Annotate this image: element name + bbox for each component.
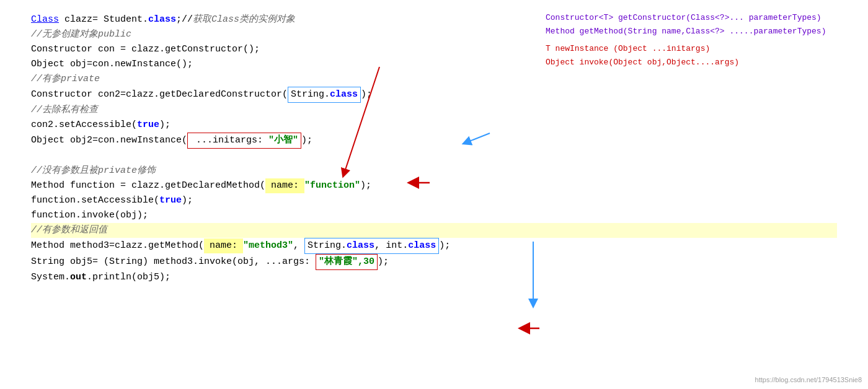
comment-6: //有参数和返回值 [31, 223, 107, 238]
code-line-10 [31, 149, 837, 164]
code-text: String obj5= (String) method3.invoke(obj… [31, 255, 316, 269]
code-line-11: //没有参数且被private修饰 [31, 164, 837, 178]
string-int-class-box: String.class, int.class [304, 238, 439, 254]
code-line-16: Method method3=clazz.getMethod( name: "m… [31, 238, 837, 254]
code-text: System. [31, 270, 70, 285]
args-box: "林青霞",30 [316, 254, 378, 270]
comment-3: //有参 [31, 72, 61, 87]
code-line-17: String obj5= (String) method3.invoke(obj… [31, 254, 837, 270]
class-keyword-link[interactable]: Class [31, 12, 59, 27]
code-text: .println(obj5); [87, 270, 170, 285]
method-sig-text-2: Method getMethod(String name,Class<?> ..… [546, 27, 826, 36]
initargs-box: ...initargs: "小智" [187, 133, 301, 149]
code-text: , [293, 238, 304, 253]
code-line-12: Method function = clazz.getDeclaredMetho… [31, 178, 837, 193]
code-line-7: //去除私有检查 [31, 103, 837, 118]
method-sig-text-1: Constructor<T> getConstructor(Class<?>..… [546, 13, 822, 22]
code-text: Method method3=clazz.getMethod( [31, 238, 204, 253]
watermark: https://blog.csdn.net/1794513Snie8 [755, 375, 862, 386]
code-text: ); [439, 238, 450, 253]
class-keyword: class [148, 12, 176, 27]
code-text: Constructor con2=clazz.getDeclaredConstr… [31, 87, 288, 102]
comment-2: //无参创建对象 [31, 27, 98, 42]
code-text: Constructor con = clazz.getConstructor()… [31, 42, 260, 57]
instance-method-text-2: Object invoke(Object obj,Object....args) [546, 58, 739, 67]
code-text: ); [159, 118, 170, 133]
code-line-8: con2.setAccessible(true); [31, 118, 837, 133]
right-panel: Constructor<T> getConstructor(Class<?>..… [546, 11, 843, 69]
code-text: function.invoke(obj); [31, 208, 148, 223]
code-text: ); [378, 255, 389, 269]
function-string: "function" [304, 178, 360, 193]
instance-method-text-1: T newInstance (Object ...initargs) [546, 44, 710, 53]
code-text: Method function = clazz.getDeclaredMetho… [31, 178, 265, 193]
code-line-15: //有参数和返回值 [31, 223, 837, 238]
comment-private: private [61, 72, 100, 87]
code-text: Object obj=con.newInstance(); [31, 57, 193, 72]
string-class-box: String.class [288, 87, 361, 103]
code-text: Object obj2=con.newInstance( [31, 133, 187, 148]
method-sig-2: Method getMethod(String name,Class<?> ..… [546, 25, 843, 38]
method-sig-1: Constructor<T> getConstructor(Class<?>..… [546, 11, 843, 25]
comment-5b: 修饰 [137, 164, 156, 178]
code-line-5: //有参private [31, 72, 837, 87]
comment-4: //去除私有检查 [31, 103, 98, 118]
code-text: ;// [176, 12, 193, 27]
code-text: ); [301, 133, 312, 148]
code-line-6: Constructor con2=clazz.getDeclaredConstr… [31, 87, 837, 103]
name-label2: name: [204, 238, 243, 253]
code-line-14: function.invoke(obj); [31, 208, 837, 223]
instance-method-1: T newInstance (Object ...initargs) [546, 42, 843, 56]
code-text: function.setAccessible( [31, 193, 159, 208]
code-text: clazz= Student. [59, 12, 148, 27]
code-text: ); [360, 178, 371, 193]
code-text: ); [182, 193, 193, 208]
true-keyword: true [137, 118, 159, 133]
code-line-9: Object obj2=con.newInstance( ...initargs… [31, 133, 837, 149]
code-line-13: function.setAccessible(true); [31, 193, 837, 208]
comment-public: public [98, 27, 131, 42]
code-text: ); [361, 87, 372, 102]
comment-1: 获取Class类的实例对象 [193, 12, 295, 27]
code-text: con2.setAccessible( [31, 118, 137, 133]
code-line-18: System.out.println(obj5); [31, 270, 837, 285]
instance-method-2: Object invoke(Object obj,Object....args) [546, 56, 843, 69]
out-keyword: out [70, 270, 87, 285]
name-label: name: [265, 178, 304, 193]
true-keyword2: true [159, 193, 182, 208]
method3-string: "method3" [243, 238, 293, 253]
comment-5: //没有参数且被 [31, 164, 98, 178]
comment-private2: private [98, 164, 137, 178]
